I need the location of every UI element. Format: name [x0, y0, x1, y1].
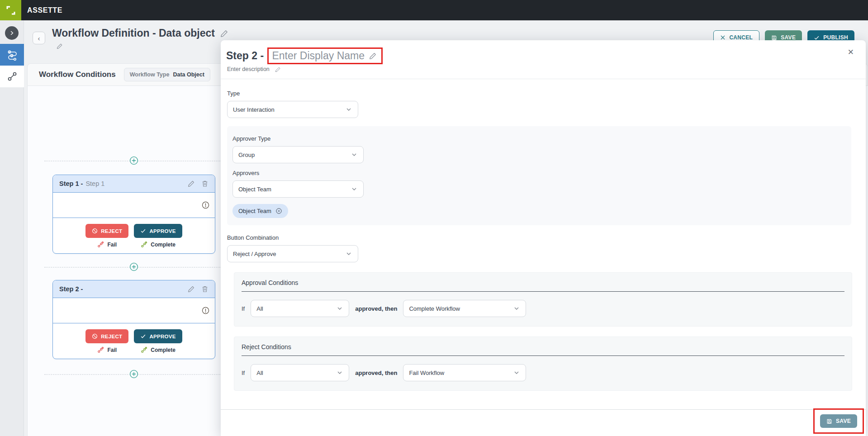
approve-button[interactable]: APPROVE: [134, 224, 182, 238]
chevron-down-icon: [345, 250, 352, 257]
type-select[interactable]: User Interaction: [227, 101, 358, 118]
reject-then-select[interactable]: Fail Workflow: [403, 364, 526, 381]
add-step-button[interactable]: [129, 370, 138, 379]
sidebar-item-workflow[interactable]: [0, 44, 24, 66]
delete-step-trash-icon[interactable]: [201, 285, 209, 293]
floppy-icon: [826, 418, 832, 424]
display-name-input[interactable]: Enter Display Name: [272, 50, 365, 62]
reject-button[interactable]: REJECT: [85, 224, 128, 238]
button-combination-label: Button Combination: [227, 234, 852, 241]
edit-description-pencil-icon[interactable]: [57, 43, 63, 49]
step-2-actions: REJECT Fail APPROVE: [53, 323, 215, 359]
step-2-header: Step 2 -: [53, 280, 215, 298]
chevron-down-icon: [345, 106, 352, 113]
reject-conditions-section: Reject Conditions If All approved, then …: [234, 336, 852, 391]
info-alert-icon[interactable]: [202, 307, 209, 314]
modal-footer: SAVE: [221, 409, 866, 436]
modal-body: Type User Interaction Approver Type Grou…: [221, 79, 866, 391]
chevron-down-icon: [351, 151, 358, 158]
if-label: If: [242, 305, 245, 312]
description-input[interactable]: Enter description: [227, 66, 270, 72]
chevron-down-icon: [336, 305, 343, 312]
back-button[interactable]: ‹: [33, 32, 45, 44]
step-1-actions: REJECT Fail APPROVE: [53, 218, 215, 253]
approvers-select[interactable]: Object Team: [232, 180, 364, 198]
approvers-label: Approvers: [232, 170, 851, 176]
workflow-icon: [6, 49, 18, 61]
edit-title-pencil-icon[interactable]: [220, 29, 228, 38]
modal-header: Step 2 - Enter Display Name Enter descri…: [221, 40, 866, 79]
check-icon: [814, 35, 820, 41]
edit-step-pencil-icon[interactable]: [188, 285, 195, 293]
approval-conditions-section: Approval Conditions If All approved, the…: [234, 272, 852, 327]
annotation-box-display-name: Enter Display Name: [267, 47, 383, 64]
complete-link-icon: [141, 346, 147, 353]
x-icon: [720, 35, 726, 40]
approved-then-label: approved, then: [355, 370, 397, 376]
assette-logo-icon: [0, 0, 21, 20]
link-nodes-icon: [7, 71, 18, 82]
type-label: Type: [227, 90, 852, 97]
delete-step-trash-icon[interactable]: [201, 180, 209, 187]
reject-if-select[interactable]: All: [251, 364, 349, 381]
connector: [44, 368, 223, 380]
complete-link-icon: [141, 241, 147, 248]
modal-close-icon[interactable]: ✕: [848, 47, 854, 57]
check-icon: [140, 228, 146, 234]
approver-group: Approver Type Group Approvers Object Tea…: [227, 126, 851, 225]
sidebar: [0, 20, 24, 436]
edit-step-pencil-icon[interactable]: [188, 180, 195, 187]
fail-link-icon: [97, 346, 104, 353]
fail-link-icon: [97, 241, 104, 248]
step-editor-modal: ✕ Step 2 - Enter Display Name Enter desc…: [221, 40, 866, 436]
annotation-box-save: SAVE: [813, 408, 864, 434]
top-bar: ASSETTE: [0, 0, 868, 20]
prohibit-icon: [92, 228, 98, 234]
approve-button[interactable]: APPROVE: [134, 329, 182, 343]
step-1-header: Step 1 - Step 1: [53, 175, 215, 192]
sidebar-expand-button[interactable]: [5, 26, 19, 40]
if-label: If: [242, 370, 245, 376]
approval-if-select[interactable]: All: [251, 300, 349, 317]
complete-outcome-label: Complete: [141, 346, 175, 353]
plus-circle-icon: [129, 262, 138, 271]
workflow-diagram: Step 1 - Step 1 REJECT: [52, 86, 215, 380]
add-step-button[interactable]: [129, 156, 138, 165]
edit-modal-description-pencil-icon[interactable]: [275, 66, 281, 72]
page-title: Workflow Definition - Data object: [52, 27, 215, 39]
chip-remove-icon[interactable]: [275, 208, 282, 214]
complete-outcome-label: Complete: [141, 241, 175, 248]
panel-title: Workflow Conditions: [39, 70, 116, 79]
floppy-icon: [771, 35, 777, 41]
connector: [44, 261, 223, 273]
fail-outcome-label: Fail: [97, 346, 117, 353]
modal-save-button[interactable]: SAVE: [820, 414, 857, 428]
step-2-condition-row: [53, 298, 215, 323]
step-card-2[interactable]: Step 2 - REJECT: [52, 280, 215, 359]
check-icon: [140, 333, 146, 339]
reject-conditions-title: Reject Conditions: [242, 343, 844, 356]
brand-name: ASSETTE: [27, 6, 62, 14]
info-alert-icon[interactable]: [202, 201, 209, 209]
approver-type-select[interactable]: Group: [232, 146, 364, 163]
reject-button[interactable]: REJECT: [85, 329, 128, 343]
plus-circle-icon: [129, 370, 138, 379]
workflow-type-badge: Workflow Type Data Object: [124, 68, 210, 81]
modal-title-prefix: Step 2 -: [226, 50, 266, 62]
add-step-button[interactable]: [129, 262, 138, 271]
approval-then-select[interactable]: Complete Workflow: [403, 300, 526, 317]
step-1-condition-row: [53, 192, 215, 218]
chevron-down-icon: [336, 369, 343, 376]
sidebar-item-connections[interactable]: [0, 66, 24, 87]
plus-circle-icon: [129, 156, 138, 165]
approver-type-label: Approver Type: [232, 135, 851, 142]
button-combination-select[interactable]: Reject / Approve: [227, 245, 358, 262]
chevron-down-icon: [513, 305, 520, 312]
approval-conditions-title: Approval Conditions: [242, 279, 844, 292]
step-card-1[interactable]: Step 1 - Step 1 REJECT: [52, 175, 215, 254]
edit-display-name-pencil-icon[interactable]: [369, 52, 377, 60]
chevron-down-icon: [513, 369, 520, 376]
chevron-down-icon: [351, 185, 358, 193]
prohibit-icon: [92, 333, 98, 339]
approved-then-label: approved, then: [355, 305, 397, 312]
